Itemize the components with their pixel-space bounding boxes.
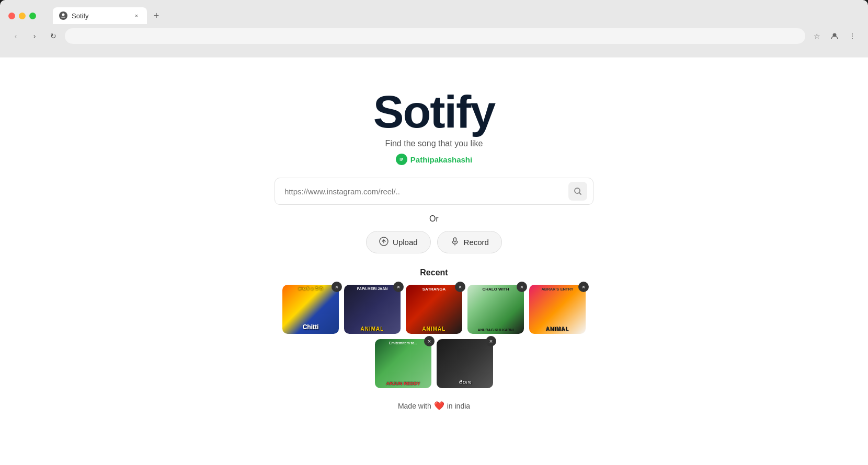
recent-section-label: Recent (420, 268, 448, 277)
recent-close-7[interactable]: × (486, 336, 496, 346)
toolbar-icons: ☆ ⋮ (809, 29, 860, 43)
recent-thumbnail-1: జాబర్దస్త్ Chitti (282, 285, 339, 334)
search-input[interactable] (275, 178, 593, 205)
forward-button[interactable]: › (27, 29, 42, 43)
traffic-lights (8, 13, 36, 19)
footer-suffix: in india (447, 402, 470, 410)
spotify-icon (396, 154, 407, 165)
footer-made-with: Made with (398, 402, 431, 410)
footer: Made with ❤️ in india (398, 401, 470, 411)
svg-rect-2 (61, 17, 65, 18)
maximize-window-button[interactable] (29, 13, 36, 19)
thumb-1-bottom-label: Chitti (303, 323, 319, 331)
back-button[interactable]: ‹ (8, 29, 23, 43)
bookmark-icon[interactable]: ☆ (809, 29, 824, 43)
recent-close-1[interactable]: × (332, 282, 342, 292)
minimize-window-button[interactable] (19, 13, 26, 19)
svg-point-1 (62, 14, 65, 16)
recent-item-3[interactable]: SATRANGA ANIMAL × (406, 285, 462, 334)
spotify-user-link[interactable]: Pathipakashashi (396, 154, 472, 165)
recent-row-2: Emitemitem to... ARJUN REDDY × తెలుగు × (375, 339, 493, 388)
record-label: Record (464, 238, 489, 247)
record-button[interactable]: Record (437, 231, 502, 253)
microphone-icon (450, 237, 460, 248)
upload-button[interactable]: Upload (366, 231, 431, 253)
thumb-1-top-label: జాబర్దస్త్ (284, 287, 337, 292)
thumb-6-bottom-label: ARJUN REDDY (386, 381, 420, 386)
recent-thumbnail-3: SATRANGA ANIMAL (406, 285, 462, 334)
thumb-6-top-label: Emitemitem to... (377, 341, 429, 345)
upload-icon (379, 237, 389, 248)
spotify-username: Pathipakashashi (410, 155, 472, 164)
recent-row-1: జాబర్దస్త్ Chitti × PAPA MERI JAAN ANIMA… (282, 285, 586, 334)
refresh-button[interactable]: ↻ (46, 29, 61, 43)
menu-icon[interactable]: ⋮ (845, 29, 860, 43)
tab-title: Sotify (72, 12, 128, 20)
recent-close-3[interactable]: × (455, 282, 465, 292)
search-button[interactable] (568, 182, 587, 201)
app-tagline: Find the song that you like (385, 139, 483, 148)
recent-item-4[interactable]: CHALO WITH ANURAG KULKARNI × (467, 285, 524, 334)
recent-close-5[interactable]: × (578, 282, 589, 292)
recent-thumbnail-2: PAPA MERI JAAN ANIMAL (344, 285, 401, 334)
recent-item-2[interactable]: PAPA MERI JAAN ANIMAL × (344, 285, 401, 334)
new-tab-button[interactable]: + (149, 8, 164, 23)
action-buttons: Upload Record (366, 231, 502, 253)
recent-thumbnail-4: CHALO WITH ANURAG KULKARNI (467, 285, 524, 334)
thumb-4-top-label: CHALO WITH (470, 287, 522, 292)
page-content: Sotify Find the song that you like Pathi… (0, 57, 868, 465)
close-window-button[interactable] (8, 13, 15, 19)
thumb-2-bottom-label: ANIMAL (361, 326, 384, 332)
tab-favicon-icon (59, 11, 67, 20)
heart-icon: ❤️ (434, 401, 444, 411)
thumb-5-bottom-label: ANIMAL (546, 326, 569, 332)
upload-label: Upload (393, 238, 418, 247)
recent-item-6[interactable]: Emitemitem to... ARJUN REDDY × (375, 339, 431, 388)
tab-bar: Sotify × + (44, 7, 172, 24)
recent-item-5[interactable]: ABRAR'S ENTRY ANIMAL × (529, 285, 586, 334)
profile-icon[interactable] (827, 29, 842, 43)
recent-item-1[interactable]: జాబర్దస్త్ Chitti × (282, 285, 339, 334)
thumb-5-top-label: ABRAR'S ENTRY (531, 287, 584, 292)
thumb-3-bottom-label: ANIMAL (422, 326, 446, 332)
thumb-3-top-label: SATRANGA (408, 287, 460, 292)
recent-close-2[interactable]: × (393, 282, 404, 292)
recent-item-7[interactable]: తెలుగు × (437, 339, 493, 388)
svg-rect-7 (453, 238, 456, 242)
recent-close-4[interactable]: × (517, 282, 527, 292)
recent-thumbnail-7: తెలుగు (437, 339, 493, 388)
address-bar-row: ‹ › ↻ ☆ ⋮ (0, 25, 868, 47)
thumb-7-label: తెలుగు (459, 380, 471, 385)
recent-thumbnail-6: Emitemitem to... ARJUN REDDY (375, 339, 431, 388)
app-logo: Sotify (373, 89, 495, 135)
browser-tab[interactable]: Sotify × (53, 7, 147, 24)
or-divider: Or (429, 214, 439, 224)
search-container (275, 178, 593, 205)
thumb-2-top-label: PAPA MERI JAAN (346, 287, 398, 290)
address-bar[interactable] (65, 28, 805, 44)
recent-close-6[interactable]: × (424, 336, 435, 346)
search-icon (574, 187, 582, 195)
recent-thumbnail-5: ABRAR'S ENTRY ANIMAL (529, 285, 586, 334)
tab-close-button[interactable]: × (132, 11, 141, 20)
thumb-4-bottom-label: ANURAG KULKARNI (470, 328, 522, 332)
